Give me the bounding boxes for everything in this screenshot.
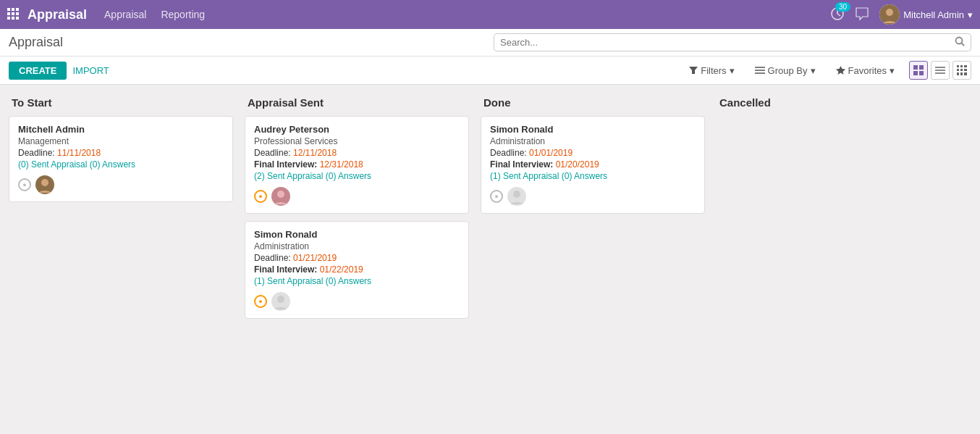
toolbar: CREATE IMPORT Filters ▾ Group By ▾ Favor… <box>0 57 980 85</box>
kanban-card[interactable]: Audrey PetersonProfessional ServicesDead… <box>245 116 469 214</box>
card-sent-appraisal[interactable]: (1) Sent Appraisal (0) Answers <box>490 171 696 181</box>
svg-line-15 <box>962 43 965 46</box>
svg-rect-2 <box>16 8 19 11</box>
svg-rect-5 <box>16 12 19 15</box>
svg-rect-29 <box>960 65 963 67</box>
svg-rect-35 <box>960 72 963 75</box>
svg-marker-20 <box>836 66 845 75</box>
column-title-cancelled: Cancelled <box>717 96 941 109</box>
card-sent-appraisal[interactable]: (0) Sent Appraisal (0) Answers <box>18 159 224 170</box>
grid-view-icon[interactable] <box>952 61 971 80</box>
svg-rect-31 <box>957 69 959 71</box>
svg-point-40 <box>513 191 520 198</box>
search-input[interactable] <box>500 37 955 48</box>
topnav-right: 30 Mitchell Admin ▾ <box>830 4 973 25</box>
card-footer: ● <box>490 187 696 206</box>
column-title-appraisal_sent: Appraisal Sent <box>245 96 469 109</box>
subheader: Appraisal <box>0 29 980 57</box>
kanban-card[interactable]: Simon RonaldAdministrationDeadline: 01/0… <box>481 116 705 214</box>
card-footer: ● <box>254 292 460 311</box>
card-sent-appraisal[interactable]: (2) Sent Appraisal (0) Answers <box>254 171 460 181</box>
user-dropdown-arrow: ▾ <box>968 9 973 20</box>
user-name: Mitchell Admin <box>903 9 964 20</box>
filters-label: Filters <box>701 65 726 76</box>
svg-rect-7 <box>12 17 14 20</box>
card-deadline: Deadline: 01/01/2019 <box>490 148 696 158</box>
grid-icon[interactable] <box>7 8 19 22</box>
svg-point-39 <box>277 296 284 303</box>
kanban-column-to_start: To StartMitchell AdminManagementDeadline… <box>9 96 233 209</box>
svg-rect-32 <box>960 69 963 71</box>
card-name: Simon Ronald <box>254 229 460 240</box>
clock-icon: ● <box>18 178 31 191</box>
chat-icon[interactable] <box>855 7 869 23</box>
kanban-column-done: DoneSimon RonaldAdministrationDeadline: … <box>481 96 705 221</box>
card-avatar <box>271 292 290 311</box>
card-name: Mitchell Admin <box>18 124 224 135</box>
card-dept: Administration <box>490 136 696 146</box>
svg-point-38 <box>277 191 284 198</box>
kanban-board: To StartMitchell AdminManagementDeadline… <box>0 85 980 338</box>
svg-point-37 <box>41 179 48 186</box>
badge-count: 30 <box>835 2 850 12</box>
kanban-card[interactable]: Simon RonaldAdministrationDeadline: 01/2… <box>245 221 469 319</box>
search-bar <box>494 33 971 51</box>
filters-arrow: ▾ <box>730 65 735 76</box>
user-menu[interactable]: Mitchell Admin ▾ <box>879 4 973 25</box>
clock-badge[interactable]: 30 <box>830 7 845 23</box>
search-icon[interactable] <box>955 36 965 49</box>
svg-rect-0 <box>7 8 10 11</box>
svg-rect-3 <box>7 12 10 15</box>
card-name: Audrey Peterson <box>254 124 460 135</box>
favorites-button[interactable]: Favorites ▾ <box>830 63 900 78</box>
create-button[interactable]: CREATE <box>9 62 67 80</box>
card-deadline: Deadline: 11/11/2018 <box>18 148 224 158</box>
svg-point-14 <box>956 38 963 44</box>
app-title: Appraisal <box>28 7 87 22</box>
svg-rect-6 <box>7 17 10 20</box>
filters-button[interactable]: Filters ▾ <box>683 63 740 78</box>
column-title-to_start: To Start <box>9 96 233 109</box>
svg-rect-36 <box>964 72 967 75</box>
nav-reporting[interactable]: Reporting <box>161 9 205 20</box>
card-footer: ● <box>254 187 460 206</box>
card-deadline: Deadline: 12/11/2018 <box>254 148 460 158</box>
kanban-column-appraisal_sent: Appraisal SentAudrey PetersonProfessiona… <box>245 96 469 326</box>
svg-point-13 <box>886 9 893 16</box>
toolbar-right: Filters ▾ Group By ▾ Favorites ▾ <box>683 61 971 80</box>
card-dept: Management <box>18 136 224 146</box>
groupby-button[interactable]: Group By ▾ <box>749 63 821 78</box>
groupby-label: Group By <box>768 65 808 76</box>
import-button[interactable]: IMPORT <box>72 65 109 76</box>
svg-rect-8 <box>16 17 19 20</box>
svg-rect-24 <box>919 71 924 75</box>
list-view-icon[interactable] <box>931 61 950 80</box>
user-avatar <box>879 4 900 25</box>
card-footer: ● <box>18 175 224 194</box>
groupby-arrow: ▾ <box>811 65 816 76</box>
nav-appraisal[interactable]: Appraisal <box>104 9 146 20</box>
card-avatar <box>35 175 54 194</box>
kanban-card[interactable]: Mitchell AdminManagementDeadline: 11/11/… <box>9 116 233 202</box>
topnav: Appraisal Appraisal Reporting 30 <box>0 0 980 29</box>
svg-rect-30 <box>964 65 967 67</box>
svg-marker-16 <box>689 67 698 74</box>
svg-rect-33 <box>964 69 967 71</box>
svg-rect-23 <box>913 71 918 75</box>
svg-rect-28 <box>957 65 959 67</box>
kanban-column-cancelled: Cancelled <box>717 96 941 116</box>
card-sent-appraisal[interactable]: (1) Sent Appraisal (0) Answers <box>254 276 460 286</box>
card-dept: Administration <box>254 241 460 251</box>
card-avatar <box>271 187 290 206</box>
card-dept: Professional Services <box>254 136 460 146</box>
favorites-label: Favorites <box>848 65 887 76</box>
view-icons <box>909 61 971 80</box>
svg-rect-34 <box>957 72 959 75</box>
kanban-view-icon[interactable] <box>909 61 928 80</box>
favorites-arrow: ▾ <box>890 65 895 76</box>
svg-rect-1 <box>12 8 14 11</box>
svg-rect-4 <box>12 12 14 15</box>
clock-icon: ● <box>254 190 267 203</box>
card-deadline: Deadline: 01/21/2019 <box>254 253 460 263</box>
svg-rect-21 <box>913 65 918 70</box>
